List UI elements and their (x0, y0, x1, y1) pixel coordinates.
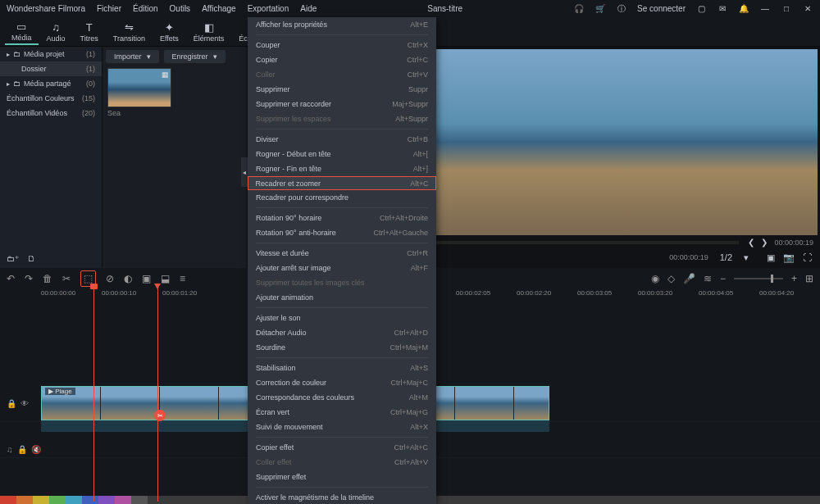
delete-icon[interactable]: 🗑 (43, 273, 52, 284)
ctx-item: Supprimer les espacesAlt+Suppr (248, 111, 436, 126)
fullscreen-icon[interactable]: ⛶ (803, 252, 812, 263)
menu-export[interactable]: Exportation (248, 4, 289, 13)
menu-edit[interactable]: Édition (133, 4, 158, 13)
eye-icon[interactable]: 👁 (20, 399, 29, 408)
new-folder-icon[interactable]: 🗀⁺ (7, 254, 19, 263)
sidebar-item-folder[interactable]: Dossier(1) (0, 61, 102, 76)
undo-icon[interactable]: ↶ (7, 273, 15, 284)
ctx-item[interactable]: Rogner - Fin en têteAlt+] (248, 161, 436, 176)
preview-time-current: 00:00:00:19 (669, 253, 708, 261)
bell-icon[interactable]: 🔔 (738, 3, 749, 15)
lock-icon[interactable]: 🔒 (17, 445, 27, 454)
ctx-item[interactable]: Rotation 90° horaireCtrl+Alt+Droite (248, 211, 436, 225)
cut-icon[interactable]: ✂ (62, 273, 71, 284)
ctx-item[interactable]: Copier effetCtrl+Alt+C (248, 440, 436, 455)
caret-icon: ▸ (7, 80, 10, 88)
ctx-item[interactable]: Correction de couleurCtrl+Maj+C (248, 375, 436, 390)
tl-eye-icon[interactable]: ◉ (651, 273, 659, 284)
cut-marker-icon[interactable]: ✂ (154, 410, 166, 421)
ctx-item[interactable]: CopierCtrl+C (248, 52, 436, 67)
ctx-item[interactable]: DiviserCtrl+B (248, 132, 436, 147)
greenscreen-icon[interactable]: ▣ (142, 273, 151, 284)
titles-icon: T (86, 21, 93, 34)
audio-icon: ♫ (52, 21, 60, 34)
settings-icon[interactable]: ≡ (180, 273, 185, 284)
save-dropdown[interactable]: Enregistrer▾ (164, 50, 226, 63)
menu-file[interactable]: Fichier (97, 4, 121, 13)
minimize-icon[interactable]: — (759, 3, 771, 15)
ctx-item[interactable]: Correspondance des couleursAlt+M (248, 390, 436, 405)
color-icon[interactable]: ◐ (124, 273, 132, 284)
clip-label: ▶ Plage (45, 388, 75, 395)
ctx-item[interactable]: SourdineCtrl+Maj+M (248, 340, 436, 355)
panel-collapse-toggle[interactable]: ◂ (241, 157, 248, 187)
next-frame-icon[interactable]: ❯ (761, 238, 768, 247)
tab-titles[interactable]: TTitres (74, 20, 105, 44)
ctx-item[interactable]: Écran vertCtrl+Maj+G (248, 405, 436, 420)
clip-thumbnail-sea[interactable]: ▦ (107, 68, 171, 107)
playhead[interactable] (157, 288, 158, 502)
title-bar: Wondershare Filmora Fichier Édition Outi… (0, 0, 820, 17)
headset-icon[interactable]: 🎧 (573, 3, 585, 15)
tl-mic-icon[interactable]: 🎤 (683, 273, 695, 284)
ctx-item[interactable]: SupprimerSuppr (248, 82, 436, 97)
ctx-item[interactable]: Rotation 90° anti-horaireCtrl+Alt+Gauche (248, 225, 436, 240)
ctx-item[interactable]: Afficher les propriétésAlt+E (248, 17, 436, 32)
ctx-item[interactable]: Ajouter animation (248, 290, 436, 305)
redo-icon[interactable]: ↷ (25, 273, 33, 284)
tl-mixer-icon[interactable]: ≋ (704, 273, 712, 284)
ctx-item[interactable]: Supprimer et raccorderMaj+Suppr (248, 97, 436, 111)
ctx-item[interactable]: Recadrer et zoomerAlt+C (248, 176, 436, 190)
ctx-item[interactable]: Activer le magnétisme de la timeline (248, 490, 436, 504)
prev-frame-icon[interactable]: ❮ (748, 238, 754, 247)
snapshot-icon[interactable]: 📷 (783, 252, 795, 263)
playhead-marker[interactable] (93, 288, 94, 502)
tab-media[interactable]: ▭Média (5, 19, 39, 45)
maximize-icon[interactable]: □ (781, 3, 792, 15)
chevron-down-icon[interactable]: ▾ (744, 252, 749, 263)
menu-tools[interactable]: Outils (170, 4, 191, 13)
marker-icon[interactable]: ⬓ (161, 273, 170, 284)
zoom-fit-icon[interactable]: ⊞ (805, 273, 813, 284)
zoom-out-icon[interactable]: − (720, 273, 726, 284)
close-icon[interactable]: ✕ (802, 3, 813, 15)
sidebar-item-sample-colors[interactable]: Échantillon Couleurs(15) (0, 91, 102, 106)
ctx-item[interactable]: Ajuster le son (248, 311, 436, 325)
ctx-item[interactable]: StabilisationAlt+S (248, 361, 436, 375)
sidebar-item-shared-media[interactable]: ▸🗀Média partagé(0) (0, 76, 102, 91)
cart-icon[interactable]: 🛒 (594, 3, 606, 15)
effects-icon: ✦ (165, 21, 174, 34)
message-icon[interactable]: ✉ (717, 3, 728, 15)
tab-elements[interactable]: ◧Éléments (187, 20, 231, 44)
sidebar: ▸🗀Média projet(1) Dossier(1) ▸🗀Média par… (0, 47, 102, 268)
zoom-in-icon[interactable]: + (791, 273, 797, 284)
menu-view[interactable]: Affichage (202, 4, 236, 13)
document-title: Sans-titre (317, 4, 573, 13)
ctx-item[interactable]: Rogner - Début en têteAlt+[ (248, 147, 436, 161)
ctx-item[interactable]: Ajouter arrêt sur imageAlt+F (248, 261, 436, 275)
window-icon-1[interactable]: ▢ (695, 3, 707, 15)
zoom-ratio[interactable]: 1/2 (720, 252, 732, 262)
sidebar-item-project-media[interactable]: ▸🗀Média projet(1) (0, 47, 102, 61)
lock-icon[interactable]: 🔒 (7, 399, 16, 408)
ctx-item[interactable]: Vitesse et duréeCtrl+R (248, 246, 436, 261)
import-dropdown[interactable]: Importer▾ (106, 50, 159, 63)
ctx-item[interactable]: Suivi de mouvementAlt+X (248, 420, 436, 434)
tab-audio[interactable]: ♫Audio (40, 20, 72, 44)
tab-effects[interactable]: ✦Effets (153, 20, 185, 44)
mute-icon[interactable]: 🔇 (31, 445, 41, 454)
zoom-slider[interactable] (734, 278, 783, 279)
ctx-item[interactable]: CouperCtrl+X (248, 38, 436, 52)
ctx-item[interactable]: Détacher AudioCtrl+Alt+D (248, 325, 436, 340)
ctx-item[interactable]: Supprimer effet (248, 470, 436, 484)
menu-help[interactable]: Aide (300, 4, 317, 13)
ctx-item[interactable]: Recadrer pour correspondre (248, 190, 436, 205)
login-link[interactable]: Se connecter (637, 4, 686, 13)
speed-icon[interactable]: ⊘ (106, 273, 114, 284)
new-item-icon[interactable]: 🗋 (27, 254, 35, 263)
info-icon[interactable]: ⓘ (616, 3, 627, 15)
quality-icon[interactable]: ▣ (767, 252, 775, 263)
tab-transition[interactable]: ⇋Transition (107, 20, 152, 44)
tl-marker-icon[interactable]: ◇ (667, 273, 675, 284)
sidebar-item-sample-videos[interactable]: Échantillon Vidéos(20) (0, 106, 102, 120)
